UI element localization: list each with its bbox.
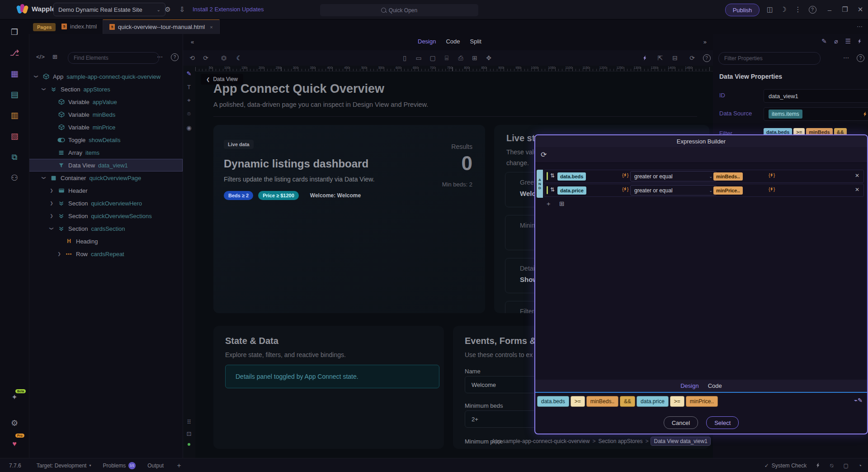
left-operand-token[interactable]: data.price [557, 186, 586, 195]
output-button[interactable]: Output [147, 462, 164, 469]
tree-item[interactable]: ❯ Section quickOverviewHero [29, 197, 183, 210]
dynamic-bolt-icon[interactable]: {} [769, 186, 775, 192]
target-selector[interactable]: Target: Development ▾ [37, 462, 91, 469]
edit-pencil-icon[interactable]: ✎ [821, 38, 827, 45]
minimize-button[interactable]: – [824, 0, 835, 19]
tree-item[interactable]: ❯ ••• Row cardsRepeat [29, 248, 183, 260]
breadcrumb-part[interactable]: Section appStores [598, 438, 642, 444]
redo-icon[interactable]: ⟳ [200, 50, 212, 66]
collapse-left-icon[interactable]: « [191, 38, 194, 45]
tab-index-html[interactable]: 5 index.html [55, 19, 103, 34]
expander-chevron-icon[interactable]: ❯ [49, 214, 54, 218]
more-options-icon[interactable]: ⋯ [157, 53, 163, 60]
grid-dots-icon[interactable]: ⠿ [183, 416, 195, 428]
group-operator-tab[interactable]: AND [537, 170, 543, 198]
problems-button[interactable]: Problems 1/1 [103, 462, 136, 469]
device-mobile-icon[interactable]: ▯ [399, 50, 410, 66]
theme-droplet-icon[interactable]: ☽ [778, 0, 789, 19]
close-button[interactable]: ✕ [854, 0, 866, 19]
preferences-gear-icon[interactable]: ⚙ [0, 415, 29, 431]
expression-token[interactable]: >= [670, 396, 684, 407]
help-icon[interactable]: ? [857, 54, 864, 62]
rail-icon[interactable]: ⧉ [0, 149, 29, 165]
right-operand-token[interactable]: minPrice.. [713, 186, 743, 195]
select-button[interactable]: Select [706, 416, 739, 429]
operator-select[interactable]: greater or equal ⌄ [630, 185, 717, 195]
drag-handle[interactable] [547, 186, 548, 194]
unlink-icon[interactable]: ⌀ [834, 38, 838, 45]
usage-pie-icon[interactable]: ◔ [859, 462, 862, 469]
edit-pencil-icon[interactable]: ✎ [183, 67, 195, 79]
breadcrumb-part[interactable]: Data View data_view1 [651, 437, 710, 445]
filter-properties-input[interactable]: Filter Properties [718, 52, 821, 65]
dark-mode-moon-icon[interactable]: ☾ [233, 50, 245, 66]
expander-chevron-icon[interactable]: ❯ [42, 86, 46, 92]
move-handles-icon[interactable]: ✥ [483, 50, 495, 66]
expander-chevron-icon[interactable]: ❯ [49, 226, 54, 231]
add-panel-icon[interactable]: ＋ [175, 461, 182, 470]
device-tablet-icon[interactable]: ▢ [427, 50, 439, 66]
tree-item[interactable]: ❯ Variable minBeds [29, 108, 183, 121]
project-selector[interactable]: Demo Dynamic Real Estate Site ⌄ [53, 3, 165, 16]
system-check-button[interactable]: ✓ System Check [764, 462, 807, 469]
text-tool-icon[interactable]: T [183, 81, 195, 93]
screenshot-camera-icon[interactable]: ⏣ [218, 50, 230, 66]
pages-panel-tab[interactable]: Pages [33, 23, 56, 31]
tree-item[interactable]: ❯ Variable appValue [29, 95, 183, 108]
tree-item[interactable]: ❯ H Heading [29, 235, 183, 248]
remove-condition-icon[interactable]: ✕ [855, 172, 859, 179]
tab-overflow-icon[interactable]: ⋯ [857, 23, 863, 30]
code-view-icon[interactable]: </> [36, 53, 45, 60]
collapse-right-icon[interactable]: » [703, 38, 707, 45]
dynamic-bolt-icon[interactable] [858, 38, 862, 45]
styles-icon[interactable]: ⌾ [183, 108, 195, 120]
sort-icon[interactable]: ⇅ [550, 172, 555, 179]
device-mobile-landscape-icon[interactable]: ▭ [413, 50, 425, 66]
settings-gear-icon[interactable]: ⚙ [162, 0, 174, 19]
help-icon[interactable]: ? [807, 0, 818, 19]
device-tv-icon[interactable]: ⊞ [469, 50, 481, 66]
refresh-icon[interactable]: ⟳ [686, 50, 698, 66]
device-laptop-icon[interactable]: ⌸ [441, 50, 453, 66]
right-operand-token[interactable]: minBeds.. [713, 172, 743, 181]
close-tab-icon[interactable]: × [210, 24, 212, 30]
cancel-button[interactable]: Cancel [664, 416, 698, 429]
operator-select[interactable]: greater or equal ⌄ [630, 171, 717, 181]
components-icon[interactable]: ⊞ [52, 53, 57, 60]
list-icon[interactable]: ☰ [845, 38, 851, 45]
expression-token[interactable]: >= [571, 396, 585, 407]
rail-icon[interactable]: ▦ [0, 66, 29, 81]
rail-icon[interactable]: ▥ [0, 108, 29, 123]
rail-icon[interactable]: ▧ [0, 129, 29, 144]
dynamic-bolt-icon[interactable] [863, 111, 867, 118]
tree-item[interactable]: ❯ Data View data_view1 [29, 159, 183, 172]
data-source-input[interactable]: items.items [764, 107, 868, 121]
tree-item[interactable]: ❯ Toggle showDetails [29, 133, 183, 146]
dynamic-data-bolt-icon[interactable] [639, 50, 651, 66]
remove-condition-icon[interactable]: ✕ [855, 186, 859, 193]
expander-chevron-icon[interactable]: ❯ [42, 175, 46, 181]
tree-item[interactable]: ❯ Section cardsSection [29, 222, 183, 235]
sort-icon[interactable]: ⇅ [550, 186, 555, 193]
magic-wand-icon[interactable]: ⌁✎ [854, 397, 863, 404]
expander-chevron-icon[interactable]: ❯ [49, 201, 54, 205]
cloud-download-icon[interactable]: ⇩ [176, 0, 188, 19]
expression-token[interactable]: minPrice.. [686, 396, 718, 407]
tree-item[interactable]: ❯ Array items [29, 146, 183, 159]
rail-icon[interactable]: ▤ [0, 87, 29, 102]
more-options-icon[interactable]: ⋯ [843, 54, 849, 61]
left-operand-token[interactable]: data.beds [557, 172, 586, 181]
package-icon[interactable]: ▢ [843, 462, 848, 469]
grid-view-icon[interactable]: ⊟ [669, 50, 681, 66]
data-source-token[interactable]: items.items [769, 110, 802, 119]
device-desktop-icon[interactable]: ⎙ [455, 50, 467, 66]
dynamic-bolt-icon[interactable]: {} [769, 172, 775, 178]
tree-item[interactable]: ❯ Section quickOverviewSections [29, 210, 183, 222]
community-heart-icon[interactable]: ♥ [0, 436, 29, 452]
rail-icon[interactable]: ⚇ [0, 170, 29, 186]
drag-handle[interactable] [547, 172, 548, 180]
tree-item[interactable]: ❯ Header [29, 184, 183, 197]
add-group-icon[interactable]: ⊞ [559, 200, 565, 208]
rail-icon[interactable]: ⎇ [0, 45, 29, 61]
tab-quick-overview[interactable]: 5 quick-overview--tour-manual.html × [103, 19, 220, 34]
